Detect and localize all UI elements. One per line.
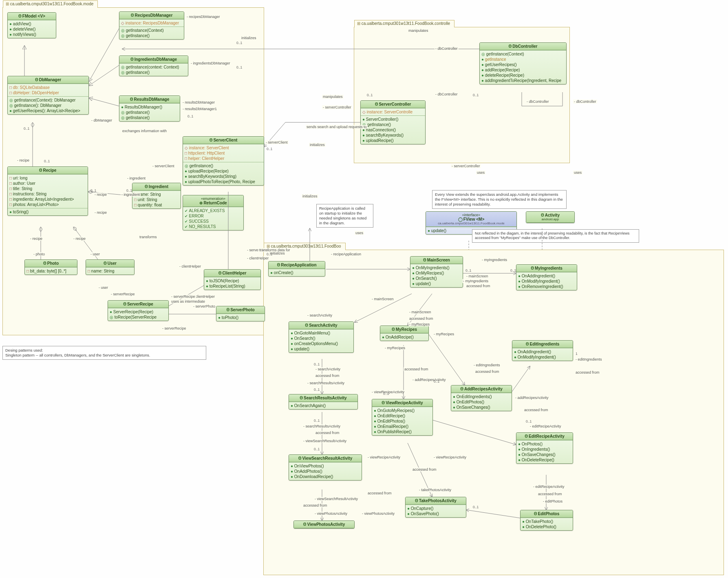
class-user[interactable]: ΘUser name: String <box>86 259 135 275</box>
label-recipe3: - recipe <box>94 210 108 215</box>
note-recipeapp: RecipeApplication is called on startup t… <box>316 204 373 228</box>
class-editingredients[interactable]: ΘEditIngredients OnAddIngredient() OnMod… <box>512 340 573 361</box>
attr: quantity: float <box>134 202 179 208</box>
class-dbmanager[interactable]: ΘDbManager db: SQLiteDatabase dbHelper: … <box>7 76 89 115</box>
attr: name: String <box>88 268 132 274</box>
label-accessed-from-er: accessed from <box>537 492 563 496</box>
op: OnMyIngredients() <box>412 265 461 270</box>
class-serverphoto[interactable]: ΘServerPhoto toPhoto() <box>216 306 265 321</box>
op: OnGotoMainMenu() <box>291 330 352 336</box>
class-recipeapplication[interactable]: ΘRecipeApplication onCreate() <box>268 261 325 277</box>
attr: dbHelper: DbOpenHelper <box>9 90 87 95</box>
literal: ALREADY_EXISTS <box>185 208 242 213</box>
class-takephotosactivity[interactable]: ΘTakePhotosActivity OnCapture() OnSavePh… <box>405 497 466 518</box>
op: OnAddRecipe() <box>382 334 427 340</box>
class-myingredients[interactable]: ΘMyIngredients OnAddIngredient() OnModif… <box>516 264 577 290</box>
class-title: EditPhotos <box>538 512 560 516</box>
class-viewsearchresultactivity[interactable]: ΘViewSearchResultActivity OnViewPhotos()… <box>289 454 362 481</box>
class-title: ViewSearchResultActivity <box>302 456 353 461</box>
class-resultsdbmanage[interactable]: ΘResultsDbManage ResultsDbManager() getI… <box>119 95 180 122</box>
label-manipulates: manipulates <box>408 29 429 33</box>
class-recipesdbmanager[interactable]: ΘRecipesDbManager instance: RecipesDbMan… <box>119 11 184 40</box>
label-uses: uses <box>573 171 582 175</box>
op: getInstance(): DbManager <box>9 103 87 108</box>
attr: instance: RecipesDbManager <box>121 20 182 26</box>
attr: unit: String <box>134 197 179 202</box>
label-searchResultsActivity2: - searchResultsActivity <box>302 424 341 428</box>
class-title: Photo <box>47 261 59 266</box>
op: onCreateOptionsMenu() <box>291 341 352 346</box>
class-serverrecipe[interactable]: ΘServerRecipe ServerRecipe(Recipe) toRec… <box>108 300 169 321</box>
op: getInstance(Context): DbManager <box>9 97 87 103</box>
label-dbController2: - dbController <box>435 92 459 96</box>
class-serverclient[interactable]: ΘServerClient instance: ServerClient htt… <box>183 136 264 186</box>
class-returncode[interactable]: «enumeration» ⊛ReturnCode ALREADY_EXISTS… <box>183 195 244 230</box>
class-viewrecipeactivity[interactable]: ΘViewRecipeActivity OnGotoMyRecipes() On… <box>372 399 433 436</box>
label-clientHelper: - clientHelper <box>246 256 269 260</box>
op: getInstance() <box>121 33 182 38</box>
op: deleteView() <box>9 27 54 32</box>
mult: 0..1 <box>383 392 389 396</box>
op: uploadRecipe(Recipe) <box>185 168 262 174</box>
class-viewphotosactivity[interactable]: ΘViewPhotosActivity <box>293 520 355 529</box>
class-title: ServerPhoto <box>230 308 254 312</box>
label-searchActivity2: - searchActivity <box>307 313 333 317</box>
op: OnModifyIngredient() <box>514 354 571 360</box>
label-accessed-from-ei: accessed from <box>474 370 500 374</box>
op: uploadPhotoToRecipe(Photo, Recipe <box>185 179 262 184</box>
attr: ingredients: ArrayList<Ingredient> <box>9 197 86 202</box>
label-serverRecipe2: - serverRecipe <box>110 292 136 296</box>
op: OnTakePhoto() <box>522 519 571 524</box>
class-title: ResultsDbManage <box>134 97 170 102</box>
mult: 0..1 <box>314 447 320 451</box>
class-addrecipesactivity[interactable]: ΘAddRecipesActivity OnEditIngredients() … <box>451 385 512 411</box>
class-servercontroller[interactable]: ΘServerController instance: ServerContro… <box>360 100 426 144</box>
class-mainscreen[interactable]: ΘMainScreen OnMyIngredients() OnMyRecipe… <box>410 256 463 288</box>
class-title: RecipesDbManager <box>135 13 172 18</box>
mult: 0..1 <box>473 93 479 97</box>
label-initializes3: initializes <box>309 143 326 147</box>
label-recipeApplication: - recipeApplication <box>330 252 362 256</box>
op: OnPhotos() <box>518 441 571 447</box>
class-editphotos[interactable]: ΘEditPhotos OnTakePhoto() OnDeletePhoto(… <box>520 510 573 531</box>
label-serverController2: - serverController <box>451 164 481 168</box>
class-title: FView <M> <box>463 217 485 221</box>
note-text: RecipeApplication is called on startup t… <box>319 206 366 225</box>
label-dbManager: - dbManager <box>90 118 113 122</box>
class-recipe[interactable]: ΘRecipe uri: long author: User title: St… <box>7 166 88 216</box>
class-myrecipes[interactable]: ΘMyRecipes OnAddRecipe() <box>380 326 429 341</box>
op: getInstance() <box>121 70 186 75</box>
label-viewRecipeActivity3: - viewRecipeActivity <box>433 455 467 459</box>
label-editRecipeActivity2: - editRecipeActivity <box>532 485 565 489</box>
class-editrecipeactivity[interactable]: ΘEditRecipeActivity OnPhotos() OnIngredi… <box>516 432 573 464</box>
label-recipesDbManager: - recipesDbManager <box>186 15 221 19</box>
op: onCreate() <box>270 270 323 275</box>
class-fmodel[interactable]: ΘFModel <V> addView() deleteView() notif… <box>7 12 56 38</box>
class-searchactivity[interactable]: ΘSearchActivity OnGotoMainMenu() OnSearc… <box>289 321 354 353</box>
class-clienthelper[interactable]: ΘClientHelper toJSON(Recipe) toRecipeLis… <box>204 269 261 290</box>
op: getInstance(Context) <box>481 51 565 57</box>
op: update() <box>291 346 352 352</box>
op: OnDownloadRecipe() <box>291 474 360 479</box>
note-dbcontroller: Not reflected in the diagam, in the inte… <box>472 229 639 243</box>
class-searchresultsactivity[interactable]: ΘSearchResultsActivity OnSearchAgain() <box>289 394 358 410</box>
attr: uri: long <box>9 175 86 181</box>
sub: ca.ualberta.cmput301w13t11.FoodBook.mode <box>428 221 514 225</box>
mult: 0..1 <box>367 93 373 97</box>
class-title: Recipe <box>43 168 56 173</box>
class-photo[interactable]: ΘPhoto bit_data: byte[] [0..*] <box>24 259 77 275</box>
class-title: DbController <box>512 44 537 49</box>
label-uses-intermediate: uses as intermediate <box>170 299 206 303</box>
class-title: MyRecipes <box>396 327 417 332</box>
class-ingredientsdbmanage[interactable]: ΘIngredientsDbManage getInstance(context… <box>119 55 188 76</box>
class-title: ClientHelper <box>222 271 246 275</box>
op: OnModifyIngredient() <box>518 279 575 284</box>
label-viewPhotosActivity: - viewPhotosActivity <box>314 512 348 516</box>
class-dbcontroller[interactable]: ΘDbController getInstance(Context) getIn… <box>479 42 567 84</box>
label-initializes: initializes <box>240 36 257 40</box>
op: getUserRecipes() <box>481 62 565 67</box>
class-title: EditIngredients <box>529 342 559 346</box>
class-activity[interactable]: ΘActivity android.app <box>526 211 575 223</box>
label-user: - user <box>90 252 101 256</box>
class-title: Activity <box>545 213 560 217</box>
